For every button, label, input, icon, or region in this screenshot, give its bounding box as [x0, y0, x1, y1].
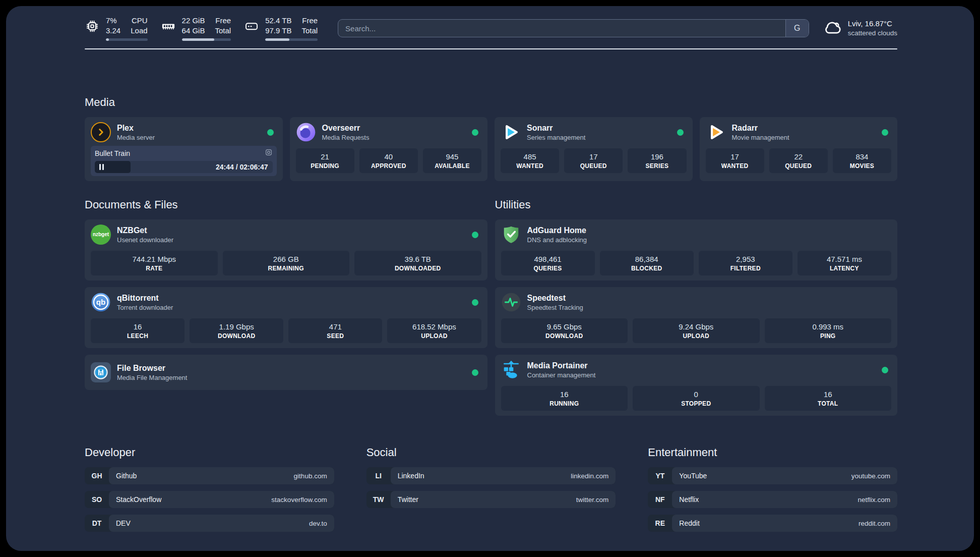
status-dot — [882, 367, 888, 373]
stat-total: 16 TOTAL — [765, 386, 892, 411]
stat-label: STOPPED — [635, 400, 758, 407]
bookmark-url: github.com — [294, 472, 327, 480]
search-engine-button[interactable]: G — [785, 20, 809, 37]
weather-condition: scattered clouds — [848, 29, 897, 38]
service-name: Speedtest — [527, 293, 583, 303]
bookmark-name: YouTube — [679, 472, 707, 480]
ram-total-value: 64 GiB — [182, 26, 205, 36]
stat-value: 40 — [361, 152, 416, 161]
stat-value: 485 — [503, 152, 557, 161]
stat-value: 86,384 — [602, 255, 692, 263]
cpu-load-value: 3.24 — [106, 26, 120, 36]
service-name: Media Portainer — [527, 361, 596, 371]
stat-value: 945 — [425, 152, 479, 161]
adguard-icon — [501, 225, 521, 245]
cpu-load-label: Load — [131, 26, 147, 36]
stat-pending: 21 PENDING — [296, 148, 354, 173]
stat-filtered: 2,953 FILTERED — [699, 251, 792, 275]
service-subtitle: Series management — [527, 134, 585, 141]
service-subtitle: Usenet downloader — [117, 236, 173, 244]
bookmark-url: youtube.com — [851, 472, 890, 480]
radarr-card[interactable]: Radarr Movie management 17 WANTED 22 QUE… — [700, 117, 898, 181]
stat-label: REMAINING — [225, 265, 348, 272]
service-subtitle: Torrent downloader — [117, 304, 173, 311]
sonarr-card[interactable]: Sonarr Series management 485 WANTED 17 Q… — [495, 117, 693, 181]
service-subtitle: Media File Management — [117, 374, 187, 381]
section-title-utilities: Utilities — [495, 198, 898, 211]
disk-usage-bar — [265, 38, 318, 41]
weather-widget: Lviv, 16.87°C scattered clouds — [822, 18, 897, 39]
qbittorrent-card[interactable]: qb qBittorrent Torrent downloader 16 LEE… — [85, 287, 487, 348]
stat-label: SEED — [290, 332, 380, 340]
memory-widget: 22 GiB 64 GiB Free Total — [161, 16, 231, 41]
ram-free-value: 22 GiB — [182, 16, 205, 26]
bookmark-name: Github — [116, 472, 137, 480]
stat-running: 16 RUNNING — [501, 386, 628, 411]
now-playing-panel: Bullet Train 24:44 / 02:06:47 — [91, 146, 277, 176]
bookmark-linkedin[interactable]: LI LinkedIn linkedin.com — [366, 467, 616, 484]
bookmark-netflix[interactable]: NF Netflix netflix.com — [648, 491, 897, 508]
section-title-entertainment: Entertainment — [648, 446, 897, 459]
cpu-chip-icon — [85, 19, 100, 34]
stat-movies: 834 MOVIES — [833, 148, 891, 173]
now-playing-title: Bullet Train — [95, 149, 130, 157]
adguard-card[interactable]: AdGuard Home DNS and adblocking 498,461 … — [495, 219, 898, 281]
header-divider — [85, 48, 897, 49]
documents-column: Documents & Files nzbget NZBGet Usenet d… — [85, 198, 487, 390]
stat-label: QUEUED — [566, 162, 621, 170]
stat-value: 0.993 ms — [767, 322, 890, 331]
bookmark-abbr: LI — [366, 467, 391, 484]
disk-total-value: 97.9 TB — [265, 26, 291, 36]
service-name: AdGuard Home — [527, 226, 587, 236]
hard-drive-icon — [244, 19, 259, 34]
speedtest-card[interactable]: Speedtest Speedtest Tracking 9.65 Gbps D… — [495, 287, 898, 348]
stat-queued: 22 QUEUED — [769, 148, 828, 173]
stat-download: 1.19 Gbps DOWNLOAD — [190, 318, 283, 343]
plex-card[interactable]: Plex Media server Bullet Train — [85, 117, 283, 181]
playback-progress-bar: 24:44 / 02:06:47 — [95, 161, 273, 173]
stat-label: UPLOAD — [635, 332, 758, 340]
media-grid: Plex Media server Bullet Train — [85, 117, 897, 181]
service-name: Plex — [117, 123, 155, 133]
stat-rate: 744.21 Mbps RATE — [91, 251, 218, 275]
bookmark-abbr: GH — [85, 467, 109, 484]
status-dot — [677, 129, 684, 136]
stat-wanted: 485 WANTED — [501, 148, 559, 173]
cpu-usage-value: 7% — [106, 16, 120, 26]
bookmark-github[interactable]: GH Github github.com — [85, 467, 334, 484]
bookmark-stackoverflow[interactable]: SO StackOverflow stackoverflow.com — [85, 491, 334, 508]
filebrowser-card[interactable]: File Browser Media File Management — [85, 355, 487, 390]
service-name: Radarr — [732, 123, 789, 133]
stat-remaining: 266 GB REMAINING — [223, 251, 350, 275]
stat-label: LATENCY — [800, 265, 889, 272]
bookmark-dev[interactable]: DT DEV dev.to — [85, 515, 334, 532]
qbittorrent-icon: qb — [91, 292, 111, 312]
portainer-card[interactable]: Media Portainer Container management 16 … — [495, 355, 898, 416]
nzbget-icon: nzbget — [91, 225, 111, 245]
stat-label: DOWNLOAD — [503, 332, 626, 340]
stat-value: 9.24 Gbps — [635, 322, 758, 331]
section-title-media: Media — [85, 96, 897, 109]
pause-icon — [99, 164, 104, 170]
stat-value: 22 — [771, 152, 826, 161]
stat-upload: 9.24 Gbps UPLOAD — [633, 318, 760, 343]
ram-total-label: Total — [215, 26, 231, 36]
search-input[interactable] — [338, 20, 785, 37]
stat-latency: 47.571 ms LATENCY — [798, 251, 891, 275]
plex-icon — [91, 122, 111, 142]
section-title-documents: Documents & Files — [85, 198, 487, 211]
stat-label: LEECH — [93, 332, 182, 340]
bookmark-reddit[interactable]: RE Reddit reddit.com — [648, 515, 897, 532]
bookmark-youtube[interactable]: YT YouTube youtube.com — [648, 467, 897, 484]
bookmark-abbr: RE — [648, 515, 672, 532]
bookmark-name: Reddit — [679, 519, 699, 527]
nzbget-card[interactable]: nzbget NZBGet Usenet downloader 744.21 M… — [85, 219, 487, 281]
bookmark-name: LinkedIn — [398, 472, 424, 480]
portainer-icon — [501, 360, 521, 380]
stat-label: WANTED — [708, 162, 762, 170]
bookmark-twitter[interactable]: TW Twitter twitter.com — [366, 491, 616, 508]
overseerr-card[interactable]: Overseerr Media Requests 21 PENDING 40 A… — [290, 117, 488, 181]
disc-icon — [265, 148, 273, 158]
bookmark-url: linkedin.com — [571, 472, 608, 480]
stat-ping: 0.993 ms PING — [765, 318, 892, 343]
